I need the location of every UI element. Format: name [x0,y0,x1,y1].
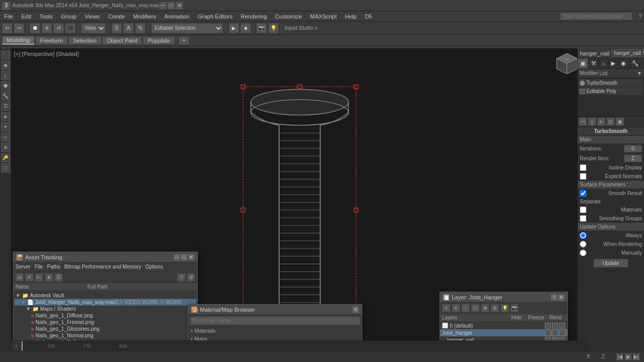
asset-btn-settings[interactable]: ⚙ [187,273,195,281]
update-button[interactable]: Update [594,259,628,268]
playback-next-frame[interactable]: ▶| [633,353,640,360]
modifier-list-dropdown-icon[interactable]: ▼ [637,70,642,76]
asset-menu-file[interactable]: File [34,264,43,270]
menu-rendering[interactable]: Rendering [239,13,269,20]
sidebar-icon-12[interactable]: ⬡ [1,163,10,173]
playback-play[interactable]: ▶ [624,353,632,360]
default-freeze-check[interactable] [552,322,558,329]
sidebar-icon-11[interactable]: 🔑 [1,153,10,162]
layer-add-btn[interactable]: ↓ [462,304,470,312]
sidebar-icon-5[interactable]: 🔧 [1,91,10,101]
undo-button[interactable]: ↩ [2,23,12,33]
asset-btn-2[interactable]: ✕ [25,273,33,281]
asset-menu-bitmap[interactable]: Bitmap Performance and Memory [64,264,141,270]
asset-menu-options[interactable]: Options [145,264,163,270]
joist-hanger-hide-check[interactable] [545,330,551,336]
explicit-checkbox[interactable] [580,173,586,180]
layer-camera-btn[interactable]: 📷 [510,304,519,312]
menu-graph-editors[interactable]: Graph Editors [196,13,235,20]
layer-delete-btn[interactable]: ✕ [452,304,460,312]
mode-selection[interactable]: Selection [68,36,101,45]
search-input[interactable] [560,12,632,20]
modifier-turbosmooth[interactable]: TurboSmooth [579,79,643,87]
menu-animation[interactable]: Animation [162,13,192,20]
light-btn[interactable]: 💡 [268,23,279,33]
minimize-button[interactable]: ─ [159,2,167,9]
asset-menu-server[interactable]: Server [15,264,30,270]
when-rendering-row[interactable]: When Rendering [578,240,644,249]
smoothing-groups-row[interactable]: Smoothing Groups [578,214,644,223]
asset-menu-paths[interactable]: Paths [47,264,61,270]
sidebar-icon-7[interactable]: ◈ [1,112,10,121]
object-name-dropdown[interactable]: hanger_nail [612,49,645,57]
sidebar-icon-6[interactable]: ☰ [1,102,10,111]
isoline-row[interactable]: Isoline Display [578,163,644,172]
layer-merge-btn[interactable]: ⊕ [491,304,499,312]
layer-highlight-btn[interactable]: ★ [481,304,489,312]
iterations-input[interactable] [624,145,642,153]
tree-glossines[interactable]: ■ Nails_geo_1_Glossines.png [14,326,196,332]
tree-normal[interactable]: ■ Nails_geo_1_Normal.png [14,332,196,339]
sidebar-icon-4[interactable]: ⬟ [1,81,10,90]
mod-icon-4[interactable]: ⊡ [606,118,615,126]
sidebar-icon-8[interactable]: ✦ [1,122,10,131]
camera-btn[interactable]: 📷 [256,23,267,33]
tree-diffuse[interactable]: ■ Nails_geo_1_Diffuse.png [14,312,196,319]
percent-snap-button[interactable]: % [135,23,145,33]
when-rendering-radio[interactable] [580,241,586,247]
tab-display2[interactable]: ◉ [618,59,629,68]
layer-close-btn[interactable]: ✕ [558,294,564,300]
default-rend-check[interactable] [559,322,565,329]
sidebar-icon-10[interactable]: ⊕ [1,143,10,152]
asset-btn-help[interactable]: ? [177,273,186,281]
tab-hierarchy[interactable]: ⌂ [599,59,609,68]
select-button[interactable]: 🔲 [30,23,40,33]
menu-help[interactable]: Help [343,13,359,20]
explicit-row[interactable]: Explicit Normals [578,172,644,181]
sidebar-icon-2[interactable]: ◉ [1,61,10,70]
menu-maxscript[interactable]: MAXScript [308,13,339,20]
materials-row[interactable]: Materials [578,205,644,214]
stop-button[interactable]: ■ [241,23,251,33]
rotate-button[interactable]: ↺ [53,23,64,33]
tree-root[interactable]: ▼ 📁 Autodesk Vault [14,292,196,299]
scale-button[interactable]: ⬛ [65,23,76,33]
menu-create[interactable]: Create [106,13,127,20]
timeline-track[interactable]: 720 770 820 [22,341,587,351]
material-search-input[interactable] [190,316,360,325]
tree-scene-file[interactable]: ▼ 📄 Joist_Hanger_Nails_max_vray.max E:\-… [14,299,196,306]
sidebar-icon-1[interactable]: ⬛ [1,50,10,60]
isoline-checkbox[interactable] [580,164,586,171]
play-button[interactable]: ▶ [229,23,239,33]
tab-utilities[interactable]: 🔧 [629,59,641,68]
asset-btn-4[interactable]: ★ [45,273,53,281]
manually-row[interactable]: Manually [578,249,644,257]
asset-btn-3[interactable]: ↩ [35,273,43,281]
selection-dropdown[interactable]: Editable Selection [151,23,223,33]
layer-light-btn[interactable]: 💡 [501,304,509,312]
layer-dialog-controls[interactable]: ? ✕ [551,294,564,300]
layer-help-btn[interactable]: ? [551,294,557,300]
layer-new-btn[interactable]: + [442,304,450,312]
asset-dialog-controls[interactable]: ─ □ ✕ [174,254,194,260]
menu-customize[interactable]: Customize [273,13,304,20]
modifier-editable-poly[interactable]: Editable Poly [579,87,643,95]
render-iters-input[interactable] [624,155,642,162]
tree-maps-folder[interactable]: ▼ 📁 Maps / Shaders [14,306,196,312]
menu-edit[interactable]: Edit [20,13,33,20]
material-close-btn[interactable]: ✕ [353,307,359,313]
layer-row-default[interactable]: 0 (default) [440,322,567,329]
snap-button[interactable]: S [112,23,122,33]
move-button[interactable]: ✛ [42,23,52,33]
always-radio[interactable] [580,232,586,239]
tree-fresnel[interactable]: ■ Nails_geo_1_Fresnel.png [14,319,196,326]
close-button[interactable]: ✕ [176,2,183,9]
timeline[interactable]: | 720 770 820 [11,340,587,351]
mode-object-paint[interactable]: Object Paint [102,36,142,45]
default-hide-check[interactable] [545,322,551,329]
joist-hanger-freeze-check[interactable] [552,330,558,336]
manually-radio[interactable] [580,250,586,256]
asset-close-btn[interactable]: ✕ [188,254,194,260]
menu-tools[interactable]: Tools [38,13,55,20]
redo-button[interactable]: ↪ [14,23,24,33]
